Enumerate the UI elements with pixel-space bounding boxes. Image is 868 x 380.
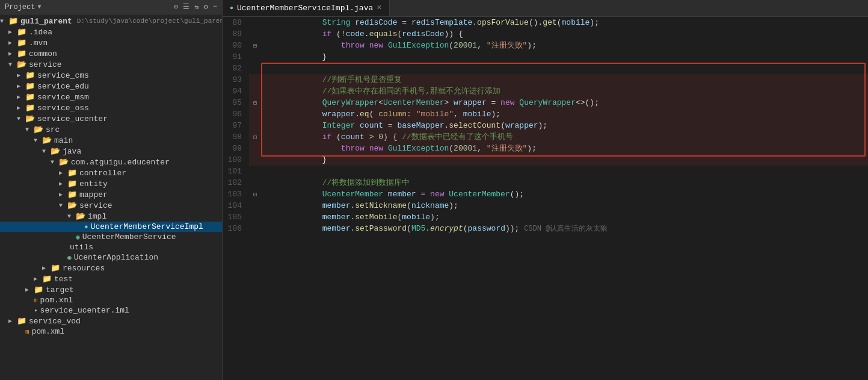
code-line-102: 102 //将数据添加到数据库中 — [223, 177, 868, 188]
tree-item-com-atguigu[interactable]: ▼ 📂 com.atguigu.educenter — [0, 157, 222, 167]
tree-label: guli_parent — [20, 17, 72, 26]
tree-label: resources — [63, 264, 105, 273]
code-content: if (count > 0) { //数据表中已经有了这个手机号 — [261, 131, 868, 143]
code-content: //判断手机号是否重复 — [261, 74, 868, 86]
project-header: Project ▼ ⊕ ☰ ⇆ ⚙ − — [0, 0, 222, 14]
gutter — [249, 143, 261, 154]
line-num: 103 — [223, 188, 249, 200]
folder-icon: 📁 — [17, 27, 26, 37]
line-num: 105 — [223, 211, 249, 223]
tree-item-service_vod[interactable]: ▶ 📁 service_vod — [0, 316, 222, 326]
code-line-105: 105 member.setMobile(mobile); — [223, 211, 868, 223]
folder-open-icon: 📂 — [17, 60, 26, 69]
code-content: member.setPassword(MD5.encrypt(password)… — [261, 223, 868, 235]
tree-item-entity[interactable]: ▶ 📁 entity — [0, 178, 222, 189]
settings-icon[interactable]: ⚙ — [204, 2, 208, 11]
tree-item-service[interactable]: ▼ 📂 service — [0, 59, 222, 70]
folder-open-icon: 📂 — [34, 125, 43, 134]
code-editor[interactable]: 88 String redisCode = redisTemplate.opsF… — [223, 17, 868, 380]
project-path: D:\study\java\code\project\guli_parent — [77, 17, 222, 25]
tree-label: UcenterMemberService — [82, 232, 176, 241]
line-num: 99 — [223, 143, 249, 154]
tree-label: test — [54, 275, 73, 284]
tab-bar: ● UcenterMemberServiceImpl.java × — [223, 0, 868, 17]
tree-label: .idea — [29, 28, 52, 37]
tree-item-java[interactable]: ▼ 📂 java — [0, 146, 222, 157]
tree-item-impl[interactable]: ▼ 📂 impl — [0, 211, 222, 222]
folder-icon: 📁 — [17, 38, 26, 48]
code-line-97: 97 Integer count = baseMapper.selectCoun… — [223, 120, 868, 131]
tab-close-button[interactable]: × — [377, 3, 381, 13]
tree-item-common[interactable]: ▶ 📁 common — [0, 48, 222, 59]
gutter — [249, 28, 261, 40]
line-num: 92 — [223, 63, 249, 74]
folder-icon: 📁 — [51, 263, 60, 273]
code-content: QueryWrapper<UcenterMember> wrapper = ne… — [261, 97, 868, 108]
iml-file-icon: ▪ — [34, 307, 38, 314]
code-line-99: 99 throw new GuliException(20001, "注册失败"… — [223, 143, 868, 154]
tree-item-service_msm[interactable]: ▶ 📁 service_msm — [0, 92, 222, 102]
tree-label: service — [29, 60, 62, 69]
tree-item-resources[interactable]: ▶ 📁 resources — [0, 263, 222, 273]
xml-file-icon: m — [34, 297, 38, 304]
tree-label: com.atguigu.educenter — [71, 158, 170, 167]
tree-label: pom.xml — [40, 296, 73, 305]
tree-item-main[interactable]: ▼ 📂 main — [0, 135, 222, 146]
code-line-103: 103 ⊟ UcenterMember member = new Ucenter… — [223, 188, 868, 200]
folder-open-icon: 📂 — [59, 157, 69, 167]
tree-item-mvn[interactable]: ▶ 📁 .mvn — [0, 37, 222, 48]
tree-label: service_edu — [37, 82, 89, 91]
code-content — [261, 166, 868, 177]
code-line-91: 91 } — [223, 51, 868, 63]
tree-item-controller[interactable]: ▶ 📁 controller — [0, 167, 222, 178]
tree-item-idea[interactable]: ▶ 📁 .idea — [0, 26, 222, 37]
gutter: ⊟ — [249, 131, 261, 143]
tab-icon: ● — [230, 5, 233, 11]
code-line-93: 93 //判断手机号是否重复 — [223, 74, 868, 86]
split-icon[interactable]: ⇆ — [194, 2, 199, 11]
tab-label: UcenterMemberServiceImpl.java — [237, 4, 373, 13]
close-icon[interactable]: − — [213, 2, 217, 11]
editor-area: ● UcenterMemberServiceImpl.java × 88 Str… — [223, 0, 868, 380]
tree-item-target[interactable]: ▶ 📁 target — [0, 284, 222, 295]
tab-UcenterMemberServiceImpl[interactable]: ● UcenterMemberServiceImpl.java × — [223, 0, 390, 16]
tree-item-pom-xml[interactable]: m pom.xml — [0, 295, 222, 305]
gutter — [249, 108, 261, 120]
gutter — [249, 74, 261, 86]
tree-item-service_cms[interactable]: ▶ 📁 service_cms — [0, 70, 222, 81]
tree-item-mapper[interactable]: ▶ 📁 mapper — [0, 189, 222, 200]
code-line-88: 88 String redisCode = redisTemplate.opsF… — [223, 17, 868, 28]
tree-item-service-folder[interactable]: ▼ 📂 service — [0, 200, 222, 211]
tree-item-test[interactable]: ▶ 📁 test — [0, 273, 222, 284]
tree-item-service-ucenter-iml[interactable]: ▪ service_ucenter.iml — [0, 305, 222, 316]
tree-label: utils — [70, 243, 93, 252]
code-content: } — [261, 51, 868, 63]
line-num: 101 — [223, 166, 249, 177]
sync-icon[interactable]: ⊕ — [174, 2, 178, 11]
tree-label: .mvn — [29, 39, 48, 48]
tree-item-UcenterMemberServiceImpl[interactable]: ● UcenterMemberServiceImpl — [0, 222, 222, 232]
tree-item-utils[interactable]: utils — [0, 242, 222, 252]
line-num: 93 — [223, 74, 249, 86]
tree-label: mapper — [79, 190, 108, 199]
tree-item-pom-xml-root[interactable]: m pom.xml — [0, 326, 222, 337]
line-num: 88 — [223, 17, 249, 28]
tree-item-UcenterApplication[interactable]: ◉ UcenterApplication — [0, 252, 222, 263]
gutter — [249, 63, 261, 74]
tree-item-UcenterMemberService[interactable]: ◉ UcenterMemberService — [0, 232, 222, 242]
gutter — [249, 17, 261, 28]
tree-label: impl — [88, 212, 106, 221]
folder-icon: 📁 — [25, 92, 35, 102]
tree-item-guli_parent[interactable]: ▼ 📁 guli_parent D:\study\java\code\proje… — [0, 16, 222, 26]
line-num: 98 — [223, 131, 249, 143]
tree-item-service_edu[interactable]: ▶ 📁 service_edu — [0, 81, 222, 92]
tree-label: UcenterMemberServiceImpl — [91, 222, 203, 231]
collapse-icon[interactable]: ☰ — [183, 2, 189, 11]
folder-icon: 📁 — [25, 81, 35, 91]
folder-icon: 📁 — [67, 190, 77, 199]
code-line-95: 95 ⊟ QueryWrapper<UcenterMember> wrapper… — [223, 97, 868, 108]
tree-item-service_ucenter[interactable]: ▼ 📂 service_ucenter — [0, 113, 222, 124]
tree-item-src[interactable]: ▼ 📂 src — [0, 124, 222, 135]
tree-label: service_ucenter — [37, 114, 108, 123]
tree-item-service_oss[interactable]: ▶ 📁 service_oss — [0, 102, 222, 113]
